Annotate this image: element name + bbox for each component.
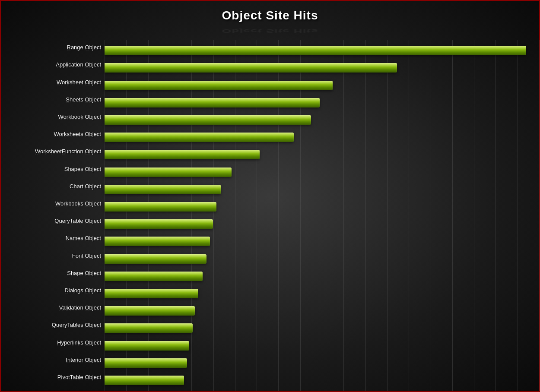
label-item: WorksheetFunction ObjectWorksheetFunctio… bbox=[1, 146, 105, 163]
label-reflection: PivotTable Object bbox=[57, 378, 101, 380]
chart-container: Object Site Hits Object Site Hits Range … bbox=[0, 0, 540, 392]
bar-row bbox=[105, 76, 535, 94]
label-item: Dialogs ObjectDialogs Object bbox=[1, 285, 105, 302]
bar bbox=[105, 168, 232, 177]
bar-row bbox=[105, 319, 535, 337]
label-item: PivotTable ObjectPivotTable Object bbox=[1, 372, 105, 389]
bar bbox=[105, 306, 195, 316]
label-reflection: Interior Object bbox=[66, 361, 101, 363]
bar bbox=[105, 150, 260, 159]
bar bbox=[105, 185, 221, 194]
bar bbox=[105, 289, 198, 298]
label-item: Workbook ObjectWorkbook Object bbox=[1, 111, 105, 129]
bar bbox=[105, 254, 206, 264]
label-reflection: Hyperlinks Object bbox=[57, 343, 101, 345]
label-item: Worksheet ObjectWorksheet Object bbox=[1, 76, 105, 94]
label-reflection: Worksheet Object bbox=[57, 83, 101, 85]
bar-row bbox=[105, 337, 535, 354]
label-item: QueryTables ObjectQueryTables Object bbox=[1, 319, 105, 337]
label-item: Application ObjectApplication Object bbox=[1, 59, 105, 76]
label-reflection: Workbooks Object bbox=[55, 205, 101, 207]
label-reflection: Shape Object bbox=[67, 274, 101, 276]
bar-row bbox=[105, 198, 535, 215]
label-reflection: QueryTables Object bbox=[52, 326, 101, 328]
chart-title-area: Object Site Hits Object Site Hits bbox=[1, 1, 539, 40]
label-reflection: Names Object bbox=[66, 239, 101, 241]
label-item: Shapes ObjectShapes Object bbox=[1, 163, 105, 180]
bar-row bbox=[105, 94, 535, 111]
bar-row bbox=[105, 302, 535, 319]
label-item: QueryTable ObjectQueryTable Object bbox=[1, 215, 105, 233]
bar-row bbox=[105, 42, 535, 59]
label-reflection: WorksheetFunction Object bbox=[35, 152, 101, 155]
label-item: Interior ObjectInterior Object bbox=[1, 354, 105, 372]
bar bbox=[105, 358, 187, 368]
label-reflection: Dialogs Object bbox=[64, 291, 101, 294]
chart-title-reflection: Object Site Hits bbox=[1, 28, 539, 34]
bar bbox=[105, 341, 189, 351]
bar bbox=[105, 219, 213, 229]
bar bbox=[105, 202, 216, 212]
label-item: Names ObjectNames Object bbox=[1, 233, 105, 250]
label-item: Range ObjectRange Object bbox=[1, 42, 105, 59]
label-reflection: QueryTable Object bbox=[54, 222, 101, 224]
bar-row bbox=[105, 163, 535, 180]
bar bbox=[105, 81, 333, 90]
label-item: Chart ObjectChart Object bbox=[1, 181, 105, 198]
bar-row bbox=[105, 129, 535, 146]
bar-row bbox=[105, 250, 535, 267]
bar-row bbox=[105, 285, 535, 302]
bar bbox=[105, 376, 184, 385]
chart-body: Range ObjectRange ObjectApplication Obje… bbox=[1, 40, 539, 391]
bar bbox=[105, 272, 203, 281]
bar-row bbox=[105, 181, 535, 198]
bar-row bbox=[105, 372, 535, 389]
label-reflection: Validation Object bbox=[59, 309, 101, 311]
bar bbox=[105, 46, 526, 55]
bar bbox=[105, 323, 193, 333]
bar-row bbox=[105, 233, 535, 250]
labels-area: Range ObjectRange ObjectApplication Obje… bbox=[1, 40, 105, 391]
bar-row bbox=[105, 215, 535, 233]
grid-line bbox=[539, 40, 540, 391]
bar bbox=[105, 63, 397, 73]
bar-row bbox=[105, 146, 535, 163]
label-item: Workbooks ObjectWorkbooks Object bbox=[1, 198, 105, 215]
chart-title: Object Site Hits bbox=[1, 9, 539, 22]
label-item: Worksheets ObjectWorksheets Object bbox=[1, 129, 105, 146]
label-reflection: Application Object bbox=[56, 66, 101, 68]
label-reflection: Font Object bbox=[72, 256, 101, 259]
label-reflection: Workbook Object bbox=[58, 118, 101, 120]
bar-row bbox=[105, 59, 535, 76]
label-reflection: Sheets Object bbox=[66, 100, 101, 102]
bar bbox=[105, 237, 210, 246]
bars-area bbox=[105, 40, 539, 391]
bar bbox=[105, 98, 320, 107]
label-reflection: Worksheets Object bbox=[54, 135, 101, 137]
label-reflection: Chart Object bbox=[70, 187, 101, 189]
bar-row bbox=[105, 111, 535, 129]
label-item: Sheets ObjectSheets Object bbox=[1, 94, 105, 111]
label-item: Shape ObjectShape Object bbox=[1, 268, 105, 285]
label-item: Hyperlinks ObjectHyperlinks Object bbox=[1, 337, 105, 354]
bar bbox=[105, 133, 294, 142]
label-item: Validation ObjectValidation Object bbox=[1, 302, 105, 319]
bar bbox=[105, 115, 311, 125]
label-reflection: Range Object bbox=[67, 48, 102, 51]
label-reflection: Shapes Object bbox=[64, 170, 101, 172]
bar-row bbox=[105, 268, 535, 285]
bar-row bbox=[105, 354, 535, 372]
label-item: Font ObjectFont Object bbox=[1, 250, 105, 267]
